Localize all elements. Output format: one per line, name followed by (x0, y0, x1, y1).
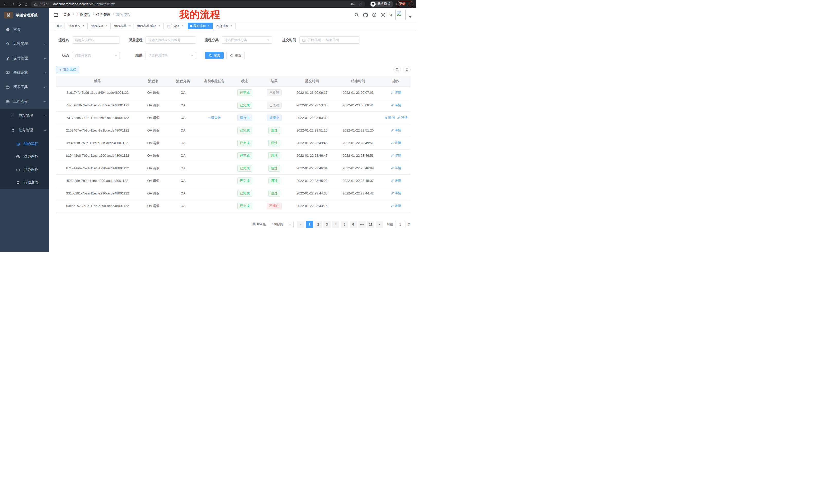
sidebar-item-home[interactable]: 首页 (0, 22, 49, 37)
tab-close-icon[interactable]: × (230, 24, 233, 28)
breadcrumb-item[interactable]: 工作流程 (76, 12, 90, 17)
cell-end-time (335, 111, 381, 124)
page-button-5[interactable]: 5 (341, 221, 348, 228)
tab-发起流程[interactable]: 发起流程× (214, 23, 235, 29)
sidebar-item-infra[interactable]: 基础设施 (0, 65, 49, 80)
sidebar-item-task-mgmt[interactable]: 任务管理 (0, 123, 49, 137)
sidebar-item-todo-tasks[interactable]: 待办任务 (0, 150, 49, 163)
tab-close-icon[interactable]: × (105, 24, 108, 28)
sidebar-item-payment[interactable]: ¥ 支付管理 (0, 51, 49, 65)
home-icon[interactable] (23, 1, 29, 7)
tab-流程表单-编辑[interactable]: 流程表单-编辑× (135, 23, 163, 29)
cancel-action-link[interactable]: 取消 (384, 116, 395, 120)
sidebar-item-devtools[interactable]: 研发工具 (0, 80, 49, 94)
tab-我的流程[interactable]: 我的流程× (188, 23, 213, 29)
process-definition-input[interactable]: 请输入流程定义的编号 (146, 36, 196, 44)
address-bar[interactable]: 不安全 dashboard.yudao.iocoder.cn/bpm/task/… (31, 1, 365, 7)
detail-action-link[interactable]: 详情 (391, 166, 401, 170)
sidebar-item-system[interactable]: ⚙ 系统管理 (0, 37, 49, 51)
back-icon[interactable] (3, 1, 9, 7)
next-page-button[interactable]: › (376, 221, 383, 228)
detail-action-link[interactable]: 详情 (391, 178, 401, 183)
cell-status: 已完成 (230, 137, 259, 149)
detail-action-link[interactable]: 详情 (391, 153, 401, 158)
tab-close-icon[interactable]: × (128, 24, 131, 28)
cell-actions: 详情 (381, 162, 411, 174)
more-options-icon[interactable]: ⋮ (408, 2, 411, 6)
tab-首页[interactable]: 首页 (54, 23, 65, 29)
chevron-down-icon (289, 224, 291, 225)
filter-process-label: 所属流程 (123, 38, 146, 43)
breadcrumb-item[interactable]: 首页 (63, 12, 71, 17)
user-menu-caret-icon[interactable] (409, 16, 412, 18)
address-divider (51, 2, 51, 6)
security-label[interactable]: 不安全 (40, 2, 49, 6)
status-select[interactable]: 请选择状态 (72, 52, 120, 59)
tab-close-icon[interactable]: × (207, 24, 210, 28)
cell-category: OA (167, 124, 199, 137)
help-icon[interactable]: ? (372, 12, 377, 17)
detail-action-link[interactable]: 详情 (391, 204, 401, 208)
show-search-toggle-button[interactable] (393, 66, 401, 73)
cell-submit-time: 2022-01-22 23:45:29 (289, 174, 335, 187)
tab-流程表单[interactable]: 流程表单× (112, 23, 133, 29)
breadcrumb-separator: / (93, 13, 94, 17)
submit-time-range-picker[interactable]: 开始日期 - 结束日期 (299, 36, 359, 44)
refresh-table-button[interactable] (403, 66, 411, 73)
sidebar-item-process-mgmt[interactable]: 流程管理 (0, 109, 49, 123)
update-label[interactable]: 更新 (399, 2, 406, 6)
page-button-2[interactable]: 2 (315, 221, 322, 228)
page-button-11[interactable]: 11 (367, 221, 374, 228)
category-select[interactable]: 请选择流程分类 (222, 36, 272, 44)
current-task-link[interactable]: 一级审批 (208, 116, 221, 120)
detail-action-link[interactable]: 详情 (391, 191, 401, 195)
cell-end-time (335, 200, 381, 212)
page-button-3[interactable]: 3 (323, 221, 331, 228)
end-date-placeholder: 结束日期 (326, 38, 339, 43)
detail-action-link[interactable]: 详情 (391, 103, 401, 107)
page-size-select[interactable]: 10条/页 (270, 221, 294, 228)
font-size-icon[interactable]: tT (390, 13, 393, 17)
start-process-button[interactable]: + 发起流程 (56, 66, 79, 73)
search-icon[interactable] (354, 12, 359, 17)
table-row: 7470a810-7b9b-11ec-b5b7-acde48001122OA 请… (56, 99, 411, 111)
result-select[interactable]: 请选择流结果 (146, 52, 196, 59)
url-host[interactable]: dashboard.yudao.iocoder.cn (53, 2, 94, 6)
page-button-4[interactable]: 4 (332, 221, 339, 228)
detail-action-link[interactable]: 详情 (391, 128, 401, 133)
github-icon[interactable] (363, 12, 368, 18)
page-button-6[interactable]: 6 (350, 221, 357, 228)
bookmark-star-icon[interactable]: ☆ (359, 2, 362, 6)
tab-流程模型[interactable]: 流程模型× (89, 23, 110, 29)
cell-process-name: OA 请假 (139, 124, 167, 137)
sidebar-item-label: 系统管理 (14, 41, 28, 46)
process-name-input[interactable]: 请输入流程名 (72, 36, 120, 44)
refresh-icon (230, 54, 233, 57)
search-button[interactable]: 搜索 (205, 52, 224, 59)
cell-process-id: 03c6c157-7b9a-11ec-a290-acde48001122 (56, 200, 139, 212)
sidebar-item-done-tasks[interactable]: 已办任务 (0, 163, 49, 176)
tab-用户分组[interactable]: 用户分组× (165, 23, 186, 29)
sidebar-item-leave-query[interactable]: 请假查询 (0, 176, 49, 189)
tab-close-icon[interactable]: × (181, 24, 184, 28)
breadcrumb-item[interactable]: 任务管理 (96, 12, 110, 17)
reset-button[interactable]: 重置 (226, 52, 245, 59)
avatar[interactable] (395, 10, 406, 20)
goto-page-input[interactable]: 1 (395, 221, 406, 228)
sidebar-item-my-process[interactable]: 我的流程 (0, 137, 49, 150)
detail-action-link[interactable]: 详情 (397, 116, 408, 120)
tab-close-icon[interactable]: × (82, 24, 85, 28)
fullscreen-icon[interactable] (381, 12, 385, 17)
detail-action-link[interactable]: 详情 (391, 141, 401, 145)
update-button[interactable]: 更新 ⋮ (396, 1, 413, 7)
detail-action-link[interactable]: 详情 (391, 90, 401, 95)
key-icon[interactable] (351, 2, 355, 6)
collapse-sidebar-icon[interactable] (53, 12, 59, 18)
forward-icon[interactable] (9, 1, 16, 7)
tab-close-icon[interactable]: × (158, 24, 161, 28)
reload-icon[interactable] (16, 1, 23, 7)
tab-流程定义[interactable]: 流程定义× (66, 23, 88, 29)
page-button-1[interactable]: 1 (306, 221, 313, 228)
sidebar-item-workflow[interactable]: 工作流程 (0, 94, 49, 109)
result-tag: 处理中 (267, 115, 282, 121)
